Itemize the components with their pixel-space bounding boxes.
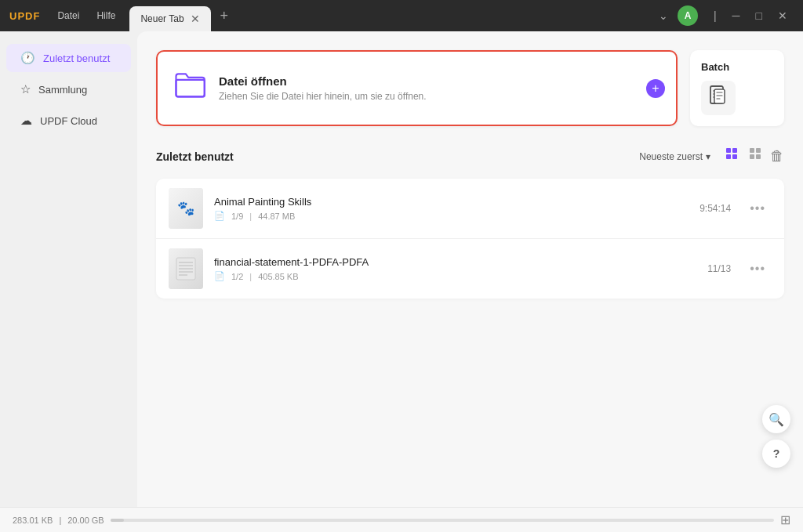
file-thumbnail <box>169 248 203 289</box>
list-view-button[interactable] <box>747 145 765 168</box>
minimize-icon[interactable]: ─ <box>726 6 747 25</box>
cloud-icon: ☁ <box>20 114 32 128</box>
user-avatar[interactable]: A <box>678 5 698 26</box>
titlebar-controls: ⌄ A | ─ □ ✕ <box>652 5 803 26</box>
tab-neuer[interactable]: Neuer Tab ✕ <box>129 6 210 31</box>
status-bar: 283.01 KB | 20.00 GB ⊞ <box>0 507 803 532</box>
file-list: 🐾 Animal Painting Skills 📄 1/9 | 44.87 M… <box>156 179 784 299</box>
table-row[interactable]: 🐾 Animal Painting Skills 📄 1/9 | 44.87 M… <box>156 179 784 239</box>
file-page-icon: 📄 <box>214 211 225 221</box>
batch-document-icon <box>708 85 729 111</box>
sort-dropdown[interactable]: Neueste zuerst ▾ <box>639 151 710 162</box>
clock-icon: 🕐 <box>20 51 35 65</box>
close-icon[interactable]: ✕ <box>772 6 794 25</box>
svg-rect-0 <box>176 80 205 96</box>
floating-buttons: 🔍 ? <box>762 405 790 468</box>
open-file-plus-button[interactable]: + <box>646 79 665 98</box>
open-file-card[interactable]: Datei öffnen Ziehen Sie die Datei hier h… <box>156 50 678 126</box>
file-time: 9:54:14 <box>699 203 731 214</box>
meta-separator: | <box>249 272 252 281</box>
add-icon[interactable]: ⊞ <box>780 512 790 527</box>
tab-add-button[interactable]: + <box>214 8 235 24</box>
titlebar-tabs: Neuer Tab ✕ + <box>129 0 652 31</box>
separator-icon: | <box>707 6 723 25</box>
section-title: Zuletzt benutzt <box>156 150 639 163</box>
file-pages: 1/9 <box>231 212 243 221</box>
file-meta: 📄 1/9 | 44.87 MB <box>214 211 699 221</box>
trash-button[interactable]: 🗑 <box>770 148 784 165</box>
star-icon: ☆ <box>20 82 31 96</box>
svg-rect-9 <box>750 154 754 159</box>
status-separator: | <box>59 516 61 525</box>
file-name: Animal Painting Skills <box>214 196 699 208</box>
svg-rect-5 <box>726 154 731 159</box>
batch-card: Batch <box>690 50 784 126</box>
sidebar-item-cloud[interactable]: ☁ UPDF Cloud <box>6 107 131 135</box>
table-row[interactable]: financial-statement-1-PDFA-PDFA 📄 1/2 | … <box>156 239 784 299</box>
sidebar: 🕐 Zuletzt benutzt ☆ Sammlung ☁ UPDF Clou… <box>0 31 137 507</box>
file-meta: 📄 1/2 | 405.85 KB <box>214 271 707 281</box>
help-float-button[interactable]: ? <box>762 440 790 468</box>
sidebar-item-collection-label: Sammlung <box>38 84 87 96</box>
file-more-button[interactable]: ••• <box>743 198 772 219</box>
file-more-button[interactable]: ••• <box>743 259 772 279</box>
view-controls: 🗑 <box>723 145 784 168</box>
file-name: financial-statement-1-PDFA-PDFA <box>214 256 707 268</box>
main-area: 🕐 Zuletzt benutzt ☆ Sammlung ☁ UPDF Clou… <box>0 31 803 507</box>
sidebar-item-recent[interactable]: 🕐 Zuletzt benutzt <box>6 44 131 72</box>
svg-rect-6 <box>732 154 737 159</box>
sort-chevron-icon: ▾ <box>706 151 710 162</box>
sidebar-item-cloud-label: UPDF Cloud <box>40 115 97 127</box>
section-header: Zuletzt benutzt Neueste zuerst ▾ <box>156 145 784 168</box>
file-size: 44.87 MB <box>258 212 295 221</box>
file-size: 405.85 KB <box>258 272 298 281</box>
svg-rect-2 <box>714 89 725 103</box>
sort-label-text: Neueste zuerst <box>639 151 703 162</box>
svg-rect-11 <box>751 150 753 151</box>
file-time: 11/13 <box>707 263 731 274</box>
svg-rect-8 <box>756 148 761 153</box>
batch-icon-button[interactable] <box>701 81 736 115</box>
svg-rect-10 <box>756 154 761 159</box>
storage-bar <box>111 519 124 522</box>
svg-rect-4 <box>732 148 737 153</box>
storage-bar-container <box>111 519 774 522</box>
tab-close-icon[interactable]: ✕ <box>191 13 200 24</box>
app-logo: UPDF <box>0 10 49 22</box>
search-float-button[interactable]: 🔍 <box>762 405 790 433</box>
sidebar-item-recent-label: Zuletzt benutzt <box>43 52 110 64</box>
status-file-size: 283.01 KB <box>13 516 53 525</box>
file-info: Animal Painting Skills 📄 1/9 | 44.87 MB <box>214 196 699 221</box>
content-area: Datei öffnen Ziehen Sie die Datei hier h… <box>137 31 803 507</box>
file-info: financial-statement-1-PDFA-PDFA 📄 1/2 | … <box>214 256 707 281</box>
open-file-text: Datei öffnen Ziehen Sie die Datei hier h… <box>219 74 427 102</box>
titlebar-menu: Datei Hilfe <box>49 7 123 24</box>
file-thumbnail: 🐾 <box>169 188 203 229</box>
svg-rect-3 <box>726 148 731 153</box>
open-file-subtitle: Ziehen Sie die Datei hier hinein, um sie… <box>219 91 427 102</box>
titlebar: UPDF Datei Hilfe Neuer Tab ✕ + ⌄ A | ─ □… <box>0 0 803 31</box>
folder-icon <box>173 71 206 106</box>
file-pages: 1/2 <box>231 272 243 281</box>
tab-label: Neuer Tab <box>140 13 183 24</box>
grid-view-button[interactable] <box>723 145 742 168</box>
open-file-title: Datei öffnen <box>219 74 427 88</box>
meta-separator: | <box>249 212 252 221</box>
status-storage: 20.00 GB <box>67 516 104 525</box>
maximize-icon[interactable]: □ <box>750 6 768 25</box>
dropdown-icon[interactable]: ⌄ <box>652 6 674 25</box>
top-cards: Datei öffnen Ziehen Sie die Datei hier h… <box>156 50 784 126</box>
batch-title: Batch <box>701 61 729 73</box>
menu-hilfe[interactable]: Hilfe <box>89 7 123 24</box>
sidebar-item-collection[interactable]: ☆ Sammlung <box>6 75 131 103</box>
menu-datei[interactable]: Datei <box>49 7 87 24</box>
file-page-icon: 📄 <box>214 271 225 281</box>
